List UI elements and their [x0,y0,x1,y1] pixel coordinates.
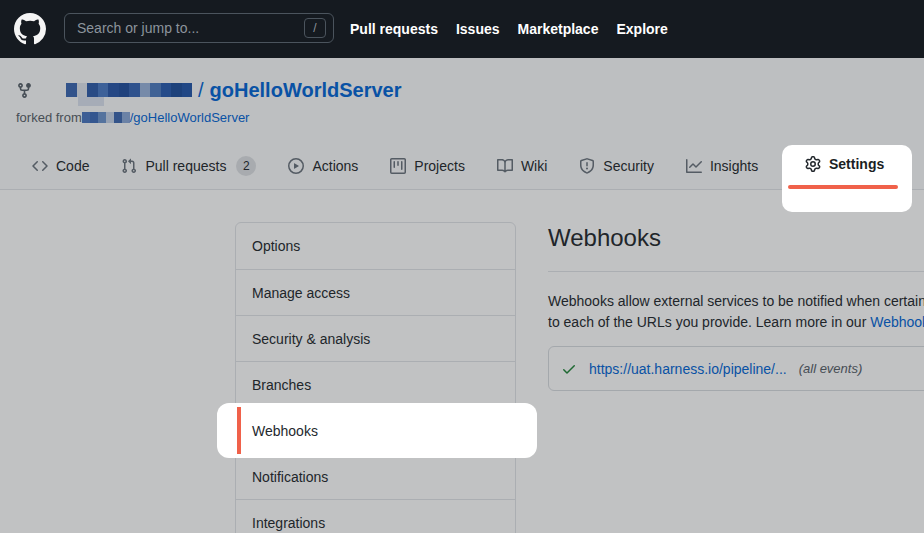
nav-marketplace[interactable]: Marketplace [518,21,599,37]
nav-issues[interactable]: Issues [456,21,500,37]
gear-icon [805,156,821,172]
search-input[interactable] [65,14,333,42]
global-header: / Pull requests Issues Marketplace Explo… [0,0,924,58]
github-logo[interactable] [14,13,46,45]
github-repo-settings-page: / Pull requests Issues Marketplace Explo… [0,0,924,533]
slash-shortcut-key: / [304,18,326,38]
selected-tab-underline [788,185,898,189]
nav-pull-requests[interactable]: Pull requests [350,21,438,37]
webhooks-item-spotlight[interactable]: Webhooks [217,403,537,458]
global-search: / [64,13,334,43]
tab-settings-label: Settings [829,156,884,172]
nav-explore[interactable]: Explore [616,21,667,37]
sidebar-item-webhooks-label: Webhooks [252,403,318,458]
selected-item-accent-bar [237,407,241,454]
header-nav: Pull requests Issues Marketplace Explore [350,0,668,58]
dim-overlay [0,58,924,533]
settings-tab-spotlight[interactable]: Settings [782,145,912,212]
